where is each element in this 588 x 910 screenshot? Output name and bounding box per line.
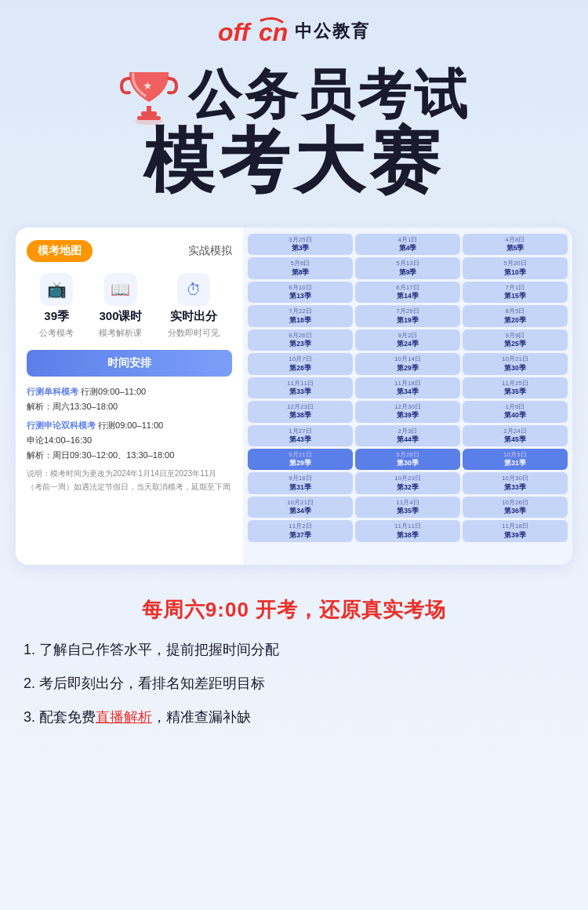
stat-hours: 📖 300课时 模考解析课: [99, 273, 142, 339]
cal-cell-27[interactable]: 9月21日第29季: [248, 449, 353, 470]
schedule-time-2b: 申论14:00–16:30: [27, 435, 92, 445]
logo-area: off cn 中公教育: [218, 16, 370, 47]
cal-cell-3[interactable]: 5月6日第8季: [248, 257, 353, 278]
feature-item-3: 3. 配套免费直播解析，精准查漏补缺: [24, 707, 564, 728]
schedule-item-2: 行测申论双科模考 行测09:00–11:00 申论14:00–16:30 解析：…: [27, 418, 232, 462]
cal-cell-34[interactable]: 11月4日第35季: [355, 497, 460, 518]
cal-cell-12[interactable]: 8月26日第23季: [248, 329, 353, 351]
bottom-section: 每周六9:00 开考，还原真实考场 1. 了解自己作答水平，提前把握时间分配 2…: [0, 581, 588, 752]
schedule-items: 行测单科模考 行测09:00–11:00 解析：周六13:30–18:00 行测…: [27, 384, 232, 493]
tab-shizhan[interactable]: 实战模拟: [188, 244, 232, 258]
cal-cell-26[interactable]: 2月24日第45季: [463, 425, 568, 446]
cal-cell-28[interactable]: 9月28日第30季: [355, 449, 460, 470]
cal-cell-11[interactable]: 8月5日第20季: [463, 305, 568, 326]
stat-hours-icon: 📖: [104, 273, 137, 306]
cal-cell-16[interactable]: 10月14日第29季: [355, 353, 460, 374]
feature-item-1: 1. 了解自己作答水平，提前把握时间分配: [24, 639, 564, 661]
svg-text:cn: cn: [259, 18, 288, 46]
stat-realtime-num: 实时出分: [170, 309, 217, 324]
cal-cell-22[interactable]: 12月30日第39季: [355, 401, 460, 422]
trophy-icon: ★: [118, 63, 180, 126]
cal-cell-20[interactable]: 11月25日第35季: [463, 377, 568, 399]
cal-cell-36[interactable]: 11月2日第37季: [248, 520, 353, 541]
cal-cell-24[interactable]: 1月27日第43季: [248, 425, 353, 446]
cal-cell-21[interactable]: 12月23日第38季: [248, 401, 353, 422]
card-left-panel: 模考地图 实战模拟 📺 39季 公考模考 📖 300课时 模考解析课 ⏱ 实时出…: [16, 228, 243, 565]
stat-seasons-num: 39季: [44, 309, 69, 324]
cal-cell-18[interactable]: 11月11日第33季: [248, 377, 353, 399]
hero-line1: ★ 公务员考试: [24, 63, 564, 126]
cal-cell-19[interactable]: 11月18日第34季: [355, 377, 460, 399]
cal-cell-17[interactable]: 10月21日第30季: [463, 353, 568, 374]
tab-mokao-map[interactable]: 模考地图: [27, 240, 93, 262]
hero-title-line1: 公务员考试: [188, 67, 470, 121]
cal-cell-2[interactable]: 4月8日第5季: [463, 234, 568, 255]
hero-section: ★ 公务员考试 模考大赛: [0, 55, 588, 212]
cal-cell-14[interactable]: 9月9日第25季: [463, 329, 568, 351]
offcn-logo-icon: off cn: [218, 16, 289, 47]
schedule-time-2a: 行测09:00–11:00: [98, 420, 163, 430]
card-tabs: 模考地图 实战模拟: [27, 240, 232, 262]
cal-cell-37[interactable]: 11月11日第38季: [355, 520, 460, 541]
svg-rect-4: [137, 116, 161, 120]
stat-realtime: ⏱ 实时出分 分数即时可见: [168, 273, 220, 339]
cal-cell-35[interactable]: 10月26日第36季: [463, 497, 568, 518]
calendar-grid: 3月25日第3季4月1日第4季4月8日第5季5月6日第8季5月13日第9季5月2…: [248, 234, 568, 542]
stat-realtime-icon: ⏱: [177, 273, 210, 306]
stats-row: 📺 39季 公考模考 📖 300课时 模考解析课 ⏱ 实时出分 分数即时可见: [27, 273, 232, 339]
stat-seasons-icon: 📺: [40, 273, 73, 306]
svg-text:★: ★: [143, 79, 153, 92]
schedule-item-1: 行测单科模考 行测09:00–11:00 解析：周六13:30–18:00: [27, 384, 232, 413]
feature-list: 1. 了解自己作答水平，提前把握时间分配 2. 考后即刻出分，看排名知差距明目标…: [24, 639, 564, 728]
cal-cell-1[interactable]: 4月1日第4季: [355, 234, 460, 255]
stat-hours-label: 模考解析课: [99, 327, 142, 339]
schedule-time-1: 行测09:00–11:00: [81, 387, 146, 396]
cal-cell-13[interactable]: 9月2日第24季: [355, 329, 460, 351]
feature-item-2: 2. 考后即刻出分，看排名知差距明目标: [24, 673, 564, 694]
brand-name: 中公教育: [295, 20, 370, 43]
cal-cell-10[interactable]: 7月29日第19季: [355, 305, 460, 326]
cal-cell-15[interactable]: 10月7日第28季: [248, 353, 353, 374]
cal-cell-29[interactable]: 10月5日第31季: [463, 449, 568, 470]
schedule-parse-1: 解析：周六13:30–18:00: [27, 402, 118, 411]
cal-cell-23[interactable]: 1月6日第40季: [463, 401, 568, 422]
schedule-link-2[interactable]: 行测申论双科模考: [27, 420, 96, 430]
svg-text:off: off: [218, 18, 252, 46]
schedule-btn[interactable]: 时间安排: [27, 350, 232, 377]
main-card: 模考地图 实战模拟 📺 39季 公考模考 📖 300课时 模考解析课 ⏱ 实时出…: [16, 228, 572, 565]
schedule-link-1[interactable]: 行测单科模考: [27, 387, 78, 396]
hero-title-line2: 模考大赛: [24, 126, 564, 196]
header: off cn 中公教育: [0, 0, 588, 55]
stat-hours-num: 300课时: [99, 309, 142, 324]
cal-cell-8[interactable]: 7月1日第15季: [463, 282, 568, 303]
schedule-time-2c: 解析：周日09:30–12:00、13:30–18:00: [27, 450, 174, 460]
cal-cell-0[interactable]: 3月25日第3季: [248, 234, 353, 255]
cal-cell-25[interactable]: 2月3日第44季: [355, 425, 460, 446]
cal-cell-30[interactable]: 9月16日第31季: [248, 472, 353, 493]
card-right-panel: 3月25日第3季4月1日第4季4月8日第5季5月6日第8季5月13日第9季5月2…: [243, 228, 572, 565]
weekly-headline: 每周六9:00 开考，还原真实考场: [24, 596, 564, 624]
cal-cell-38[interactable]: 11月18日第39季: [463, 520, 568, 541]
schedule-note: 说明：模考时间为更改为2024年1月14日至2023年11月（考前一周）如遇法定…: [27, 467, 232, 493]
cal-cell-32[interactable]: 10月30日第33季: [463, 472, 568, 493]
stat-realtime-label: 分数即时可见: [168, 327, 220, 339]
cal-cell-6[interactable]: 6月10日第13季: [248, 282, 353, 303]
feature-link-broadcast[interactable]: 直播解析: [96, 709, 152, 725]
cal-cell-7[interactable]: 6月17日第14季: [355, 282, 460, 303]
stat-seasons-label: 公考模考: [39, 327, 74, 339]
svg-rect-5: [147, 106, 151, 114]
stat-seasons: 📺 39季 公考模考: [39, 273, 74, 339]
cal-cell-33[interactable]: 10月21日第34季: [248, 497, 353, 518]
cal-cell-31[interactable]: 10月23日第32季: [355, 472, 460, 493]
cal-cell-4[interactable]: 5月13日第9季: [355, 257, 460, 278]
cal-cell-9[interactable]: 7月22日第18季: [248, 305, 353, 326]
cal-cell-5[interactable]: 5月20日第10季: [463, 257, 568, 278]
